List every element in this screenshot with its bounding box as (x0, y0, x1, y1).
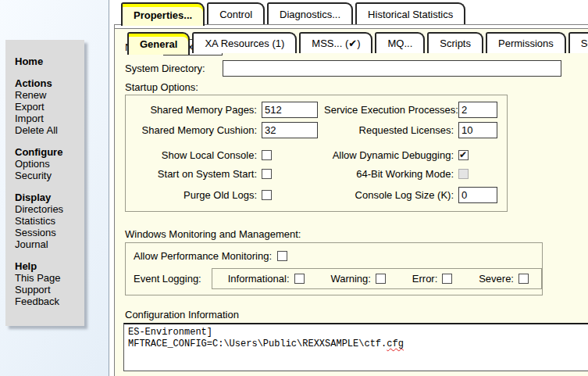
event-informational-label: Informational: (228, 273, 290, 285)
sidebar-group-title-configure: Configure (15, 146, 84, 158)
event-severe-checkbox[interactable] (519, 274, 529, 284)
sidebar-item-delete-all[interactable]: Delete All (15, 124, 84, 136)
config-line-2: MFTRACE_CONFIG=C:\Users\Public\REXXSAMPL… (128, 338, 387, 349)
tab-general[interactable]: General (127, 32, 190, 55)
configuration-information-title: Configuration Information (125, 309, 588, 320)
requested-licenses-input[interactable] (458, 122, 497, 138)
config-line-1: ES-Environment] (128, 327, 212, 338)
tab-security[interactable]: Security (568, 32, 588, 53)
tab-historical-statistics[interactable]: Historical Statistics (355, 2, 465, 24)
allow-performance-monitoring-checkbox[interactable] (277, 251, 287, 261)
purge-old-logs-checkbox[interactable] (262, 190, 272, 200)
shared-memory-cushion-label: Shared Memory Cushion: (132, 124, 262, 136)
sidebar-item-directories[interactable]: Directories (15, 203, 84, 215)
sidebar-item-renew[interactable]: Renew (15, 89, 84, 101)
service-execution-processes-label: Service Execution Processes: (324, 104, 458, 116)
event-warning-checkbox[interactable] (376, 274, 386, 284)
start-on-system-start-label: Start on System Start: (132, 168, 262, 180)
sidebar-item-security[interactable]: Security (15, 170, 84, 181)
sidebar-group-display: Display Directories Statistics Sessions … (15, 192, 84, 250)
64-bit-working-mode-label: 64-Bit Working Mode: (324, 168, 458, 180)
console-log-size-input[interactable] (458, 187, 497, 203)
sidebar-group-title-display: Display (15, 192, 84, 203)
properties-tab-bar: General XA Resources (1) MSS... (✔) MQ..… (127, 32, 588, 53)
sidebar-item-import[interactable]: Import (15, 113, 84, 124)
sidebar-group-configure: Configure Options Security (15, 146, 84, 181)
start-on-system-start-checkbox[interactable] (262, 169, 272, 179)
sidebar-item-statistics[interactable]: Statistics (15, 215, 84, 227)
config-line-2-misspelled-word: cfg (387, 338, 404, 349)
service-execution-processes-input[interactable] (458, 102, 497, 118)
tab-control[interactable]: Control (207, 2, 265, 24)
tab-mq[interactable]: MQ... (375, 32, 425, 53)
sidebar-item-feedback[interactable]: Feedback (15, 295, 84, 307)
sidebar-item-export[interactable]: Export (15, 101, 84, 113)
requested-licenses-label: Requested Licenses: (324, 124, 458, 136)
sidebar-group-help: Help This Page Support Feedback (15, 260, 84, 307)
shared-memory-cushion-input[interactable] (262, 122, 318, 138)
tab-mss[interactable]: MSS... (✔) (299, 32, 372, 53)
sidebar-group-actions: Actions Renew Export Import Delete All (15, 77, 84, 136)
configuration-information-textarea[interactable]: ES-Environment]MFTRACE_CONFIG=C:\Users\P… (123, 323, 588, 371)
event-warning-label: Warning: (330, 273, 371, 285)
purge-old-logs-label: Purge Old Logs: (132, 189, 262, 201)
event-severe-label: Severe: (479, 273, 514, 285)
event-error-checkbox[interactable] (442, 274, 452, 284)
startup-options-title: Startup Options: (125, 81, 588, 93)
sidebar-item-this-page[interactable]: This Page (15, 272, 84, 284)
general-panel: Name: System Directory: Startup Options:… (114, 28, 588, 376)
sidebar-item-home[interactable]: Home (15, 56, 84, 67)
tab-permissions[interactable]: Permissions (486, 32, 566, 53)
allow-dynamic-debugging-checkbox[interactable] (458, 150, 469, 160)
64-bit-working-mode-checkbox (458, 169, 469, 179)
allow-dynamic-debugging-label: Allow Dynamic Debugging: (324, 149, 458, 161)
tab-scripts[interactable]: Scripts (427, 32, 483, 53)
sidebar-item-options[interactable]: Options (15, 158, 84, 170)
startup-options-group: Shared Memory Pages: Service Execution P… (125, 95, 508, 212)
shared-memory-pages-input[interactable] (262, 102, 318, 118)
sidebar-item-sessions[interactable]: Sessions (15, 227, 84, 238)
sidebar-group-title-actions: Actions (15, 77, 84, 89)
event-informational-checkbox[interactable] (294, 274, 305, 284)
sidebar-group-title-help: Help (15, 260, 84, 272)
sidebar-item-support[interactable]: Support (15, 284, 84, 295)
console-log-size-label: Console Log Size (K): (324, 189, 458, 201)
show-local-console-checkbox[interactable] (262, 150, 272, 160)
event-error-label: Error: (412, 273, 438, 285)
sidebar: Home Actions Renew Export Import Delete … (5, 40, 84, 326)
allow-performance-monitoring-label: Allow Performance Monitoring: (134, 250, 272, 262)
windows-monitoring-title: Windows Monitoring and Management: (125, 228, 588, 240)
system-directory-row: System Directory: (125, 59, 588, 77)
event-logging-label: Event Logging: (134, 273, 201, 285)
system-directory-label: System Directory: (125, 63, 223, 74)
show-local-console-label: Show Local Console: (132, 149, 262, 161)
tab-properties[interactable]: Properties... (121, 2, 205, 26)
top-tab-bar: Properties... Control Diagnostics... His… (121, 2, 465, 24)
system-directory-input[interactable] (223, 60, 561, 77)
sidebar-item-journal[interactable]: Journal (15, 238, 84, 250)
event-logging-group: Informational: Warning: Error: Severe: (212, 268, 542, 289)
tab-xa-resources[interactable]: XA Resources (1) (192, 32, 297, 53)
tab-diagnostics[interactable]: Diagnostics... (267, 2, 353, 24)
main-frame: Name: System Directory: Startup Options:… (109, 0, 588, 376)
shared-memory-pages-label: Shared Memory Pages: (132, 104, 262, 116)
windows-monitoring-group: Allow Performance Monitoring: Event Logg… (125, 242, 543, 295)
